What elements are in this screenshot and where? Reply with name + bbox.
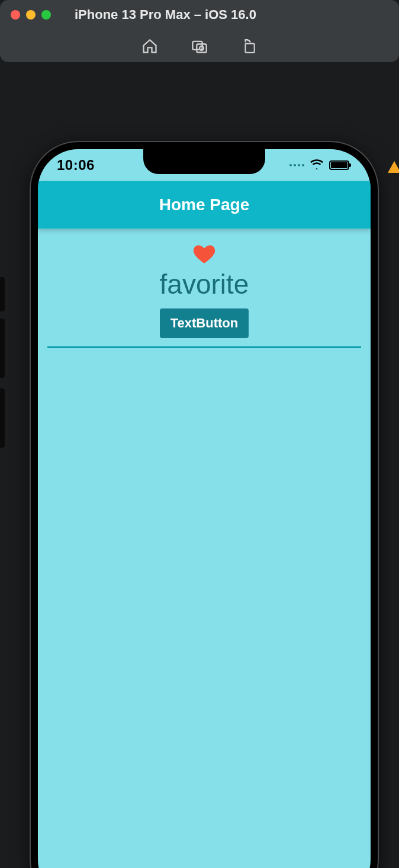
device-screen: 10:06 Home Page fa <box>38 149 371 868</box>
device-side-button <box>0 388 5 448</box>
simulator-title: iPhone 13 Pro Max – iOS 16.0 <box>75 7 256 22</box>
battery-icon <box>329 160 349 170</box>
traffic-lights <box>11 10 51 20</box>
minimize-window-button[interactable] <box>26 10 36 20</box>
device-side-button <box>0 319 5 378</box>
simulator-window: iPhone 13 Pro Max – iOS 16.0 10:06 <box>0 0 399 868</box>
device-notch <box>143 149 265 174</box>
warning-icon <box>387 160 399 174</box>
device-frame: 10:06 Home Page fa <box>30 141 379 868</box>
heart-icon <box>192 242 217 269</box>
simulator-toolbar <box>0 30 399 62</box>
device-side-button <box>0 277 5 311</box>
macos-titlebar: iPhone 13 Pro Max – iOS 16.0 <box>0 0 399 30</box>
cellular-icon <box>289 164 304 166</box>
close-window-button[interactable] <box>11 10 20 20</box>
simulator-stage: 10:06 Home Page fa <box>0 64 399 868</box>
app-body: favorite TextButton <box>38 229 371 348</box>
rotate-icon[interactable] <box>241 38 258 54</box>
favorite-label: favorite <box>160 269 249 300</box>
screenshot-icon[interactable] <box>191 38 208 54</box>
appbar-title: Home Page <box>159 195 250 214</box>
divider <box>47 346 361 348</box>
status-indicators <box>289 159 349 172</box>
status-time: 10:06 <box>57 157 95 173</box>
svg-rect-3 <box>246 43 255 52</box>
fullscreen-window-button[interactable] <box>41 10 51 20</box>
home-icon[interactable] <box>141 38 158 54</box>
text-button[interactable]: TextButton <box>160 308 249 338</box>
app-bar: Home Page <box>38 181 371 229</box>
wifi-icon <box>310 159 323 172</box>
